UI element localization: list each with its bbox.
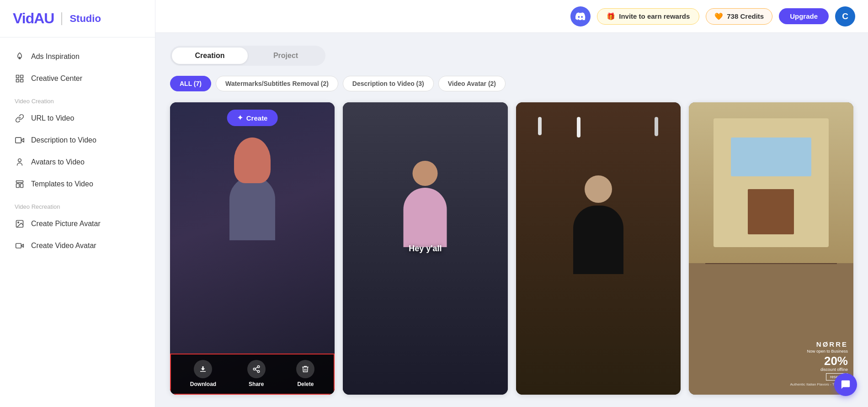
- svg-rect-3: [21, 79, 23, 82]
- svg-rect-1: [21, 75, 23, 78]
- download-label: Download: [190, 381, 216, 387]
- tab-creation[interactable]: Creation: [172, 48, 248, 64]
- share-button[interactable]: Share: [247, 360, 266, 387]
- grid-icon: [15, 74, 25, 84]
- sidebar-navigation: Ads Inspiration Creative Center Video Cr…: [0, 37, 155, 407]
- logo-divider: [61, 12, 62, 25]
- sidebar-item-url-to-video[interactable]: URL to Video: [0, 107, 155, 129]
- svg-rect-6: [16, 181, 23, 183]
- section-video-recreation: Video Recreation: [0, 195, 155, 213]
- video-card-actions-bar: Download Share: [170, 354, 335, 395]
- image-icon: [15, 219, 25, 229]
- credits-label: 738 Credits: [727, 12, 764, 20]
- sidebar-label-templates-to-video: Templates to Video: [31, 180, 93, 188]
- filter-watermarks[interactable]: Watermarks/Subtitles Removal (2): [216, 76, 338, 91]
- trash-icon-circle: [296, 360, 314, 378]
- video-card-1[interactable]: ✦ Create Download: [170, 102, 335, 395]
- svg-point-5: [18, 159, 21, 162]
- filter-desc-video[interactable]: Description to Video (3): [343, 76, 434, 91]
- flame-icon: [15, 52, 25, 62]
- invite-label: Invite to earn rewards: [619, 12, 690, 20]
- promo-sub: Now open to Business: [790, 349, 848, 354]
- delete-button[interactable]: Delete: [296, 360, 314, 387]
- promo-discount: 20%: [790, 354, 848, 368]
- video-grid: ✦ Create Download: [170, 102, 853, 395]
- sidebar-item-avatars-to-video[interactable]: Avatars to Video: [0, 151, 155, 173]
- tab-project[interactable]: Project: [248, 48, 324, 64]
- sidebar-label-create-video-avatar: Create Video Avatar: [31, 242, 96, 250]
- share-icon-circle: [247, 360, 266, 378]
- svg-line-16: [255, 367, 257, 369]
- sidebar: VidAU Studio Ads Inspiration Creative Ce…: [0, 0, 155, 407]
- share-icon: [252, 365, 261, 373]
- download-icon-circle: [194, 360, 212, 378]
- heart-icon: 🧡: [714, 12, 723, 21]
- svg-rect-11: [16, 243, 21, 248]
- filter-video-avatar[interactable]: Video Avatar (2): [438, 76, 506, 91]
- share-label: Share: [249, 381, 264, 387]
- create-label: Create: [246, 114, 268, 122]
- credits-display: 🧡 738 Credits: [706, 8, 772, 25]
- link-icon: [15, 113, 25, 123]
- main-area: 🎁 Invite to earn rewards 🧡 738 Credits U…: [155, 0, 868, 407]
- promo-brand: NØRRE: [790, 340, 848, 348]
- person-icon: [15, 157, 25, 167]
- gift-icon: 🎁: [607, 12, 615, 21]
- main-tab-bar: Creation Project: [170, 46, 325, 66]
- video-card-4[interactable]: NØRRE Now open to Business 20% discount …: [689, 102, 853, 395]
- svg-point-10: [18, 222, 19, 223]
- sparkle-icon: ✦: [237, 114, 243, 122]
- section-video-creation: Video Creation: [0, 90, 155, 107]
- upgrade-button[interactable]: Upgrade: [779, 8, 829, 24]
- video-text-hey-yall: Hey y'all: [409, 244, 442, 254]
- svg-rect-0: [16, 75, 19, 78]
- svg-rect-2: [16, 79, 19, 82]
- sidebar-item-creative-center[interactable]: Creative Center: [0, 68, 155, 90]
- create-button[interactable]: ✦ Create: [227, 110, 278, 126]
- camera-icon: [15, 135, 25, 145]
- chat-icon: [841, 380, 851, 390]
- sidebar-item-templates-to-video[interactable]: Templates to Video: [0, 173, 155, 195]
- topbar: 🎁 Invite to earn rewards 🧡 738 Credits U…: [155, 0, 868, 33]
- logo-brand: VidAU: [13, 10, 54, 27]
- download-icon: [199, 365, 207, 373]
- svg-rect-7: [16, 184, 20, 187]
- sidebar-label-url-to-video: URL to Video: [31, 114, 74, 122]
- sidebar-label-create-picture-avatar: Create Picture Avatar: [31, 220, 101, 228]
- svg-line-15: [255, 370, 257, 371]
- svg-point-14: [257, 370, 260, 373]
- sidebar-item-create-video-avatar[interactable]: Create Video Avatar: [0, 235, 155, 257]
- user-avatar[interactable]: C: [835, 6, 855, 26]
- discord-button[interactable]: [570, 6, 591, 26]
- sidebar-label-creative-center: Creative Center: [31, 74, 82, 83]
- sidebar-item-ads-inspiration[interactable]: Ads Inspiration: [0, 46, 155, 68]
- sidebar-label-description-to-video: Description to Video: [31, 136, 96, 144]
- video-icon: [15, 241, 25, 251]
- sidebar-item-create-picture-avatar[interactable]: Create Picture Avatar: [0, 213, 155, 235]
- svg-rect-8: [21, 184, 23, 187]
- video-card-2[interactable]: Hey y'all: [343, 102, 507, 395]
- filter-all[interactable]: ALL (7): [170, 76, 211, 91]
- logo-area: VidAU Studio: [0, 0, 155, 37]
- delete-label: Delete: [297, 381, 314, 387]
- invite-to-earn-button[interactable]: 🎁 Invite to earn rewards: [597, 8, 699, 25]
- promo-detail: discount offline: [790, 367, 848, 372]
- layout-icon: [15, 179, 25, 189]
- download-button[interactable]: Download: [190, 360, 216, 387]
- trash-icon: [301, 365, 309, 373]
- filter-bar: ALL (7) Watermarks/Subtitles Removal (2)…: [170, 76, 853, 91]
- video-card-3[interactable]: [516, 102, 681, 395]
- svg-point-12: [257, 366, 260, 368]
- chat-bubble-button[interactable]: [834, 373, 857, 396]
- logo-app: Studio: [69, 13, 101, 25]
- sidebar-item-description-to-video[interactable]: Description to Video: [0, 129, 155, 151]
- sidebar-label-avatars-to-video: Avatars to Video: [31, 158, 85, 166]
- svg-rect-4: [16, 137, 21, 143]
- content-area: Creation Project ALL (7) Watermarks/Subt…: [155, 33, 868, 407]
- sidebar-label-ads-inspiration: Ads Inspiration: [31, 53, 80, 61]
- svg-point-13: [253, 368, 256, 370]
